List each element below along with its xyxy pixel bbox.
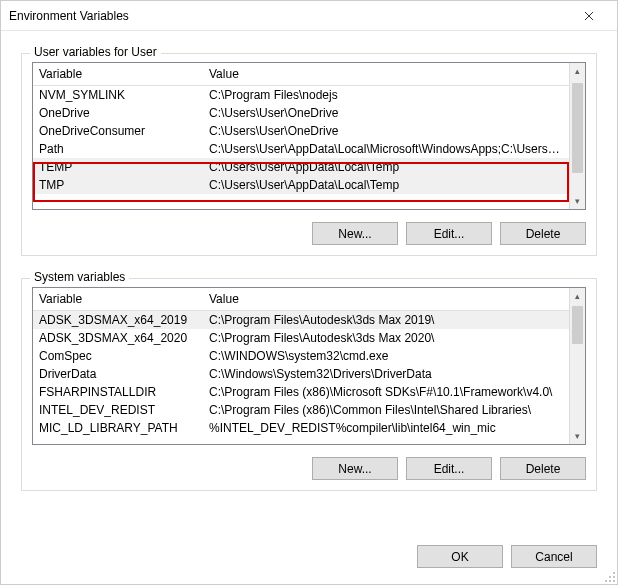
scroll-down-icon[interactable]: ▾ xyxy=(570,193,585,209)
cell-value: C:\Program Files (x86)\Common Files\Inte… xyxy=(203,401,569,419)
cell-variable: ADSK_3DSMAX_x64_2019 xyxy=(33,311,203,330)
cell-value: C:\Program Files (x86)\Microsoft SDKs\F#… xyxy=(203,383,569,401)
system-buttons-row: New... Edit... Delete xyxy=(32,457,586,480)
user-col-value[interactable]: Value xyxy=(203,63,569,86)
svg-point-0 xyxy=(613,572,615,574)
cell-variable: TEMP xyxy=(33,158,203,176)
table-row[interactable]: ADSK_3DSMAX_x64_2020C:\Program Files\Aut… xyxy=(33,329,569,347)
cell-variable: ADSK_3DSMAX_x64_2020 xyxy=(33,329,203,347)
dialog-footer: OK Cancel xyxy=(1,535,617,584)
titlebar: Environment Variables xyxy=(1,1,617,31)
svg-point-2 xyxy=(613,576,615,578)
system-col-value[interactable]: Value xyxy=(203,288,569,311)
cell-variable: INTEL_DEV_REDIST xyxy=(33,401,203,419)
user-buttons-row: New... Edit... Delete xyxy=(32,222,586,245)
cell-value: C:\Program Files\Autodesk\3ds Max 2020\ xyxy=(203,329,569,347)
cell-variable: TMP xyxy=(33,176,203,194)
user-edit-button[interactable]: Edit... xyxy=(406,222,492,245)
cell-variable: ComSpec xyxy=(33,347,203,365)
resize-grip-icon[interactable] xyxy=(604,571,616,583)
env-vars-window: Environment Variables User variables for… xyxy=(0,0,618,585)
user-col-variable[interactable]: Variable xyxy=(33,63,203,86)
table-row[interactable]: NVM_SYMLINKC:\Program Files\nodejs xyxy=(33,86,569,105)
cell-value: C:\Program Files\nodejs xyxy=(203,86,569,105)
close-button[interactable] xyxy=(569,2,609,30)
dialog-body: User variables for User Variable Value N… xyxy=(1,31,617,535)
scroll-down-icon[interactable]: ▾ xyxy=(570,428,585,444)
table-row[interactable]: FSHARPINSTALLDIRC:\Program Files (x86)\M… xyxy=(33,383,569,401)
user-group-label: User variables for User xyxy=(30,45,161,59)
table-row[interactable]: OneDriveC:\Users\User\OneDrive xyxy=(33,104,569,122)
scroll-up-icon[interactable]: ▴ xyxy=(570,63,585,79)
scroll-up-icon[interactable]: ▴ xyxy=(570,288,585,304)
table-row[interactable]: TEMPC:\Users\User\AppData\Local\Temp xyxy=(33,158,569,176)
svg-point-3 xyxy=(605,580,607,582)
close-icon xyxy=(584,11,594,21)
user-variables-table[interactable]: Variable Value NVM_SYMLINKC:\Program Fil… xyxy=(33,63,569,194)
cell-value: C:\Program Files\Autodesk\3ds Max 2019\ xyxy=(203,311,569,330)
cell-variable: MIC_LD_LIBRARY_PATH xyxy=(33,419,203,437)
cell-value: C:\Users\User\OneDrive xyxy=(203,104,569,122)
table-row[interactable]: ComSpecC:\WINDOWS\system32\cmd.exe xyxy=(33,347,569,365)
svg-point-5 xyxy=(613,580,615,582)
table-row[interactable]: PathC:\Users\User\AppData\Local\Microsof… xyxy=(33,140,569,158)
user-delete-button[interactable]: Delete xyxy=(500,222,586,245)
table-row[interactable]: INTEL_DEV_REDISTC:\Program Files (x86)\C… xyxy=(33,401,569,419)
table-row[interactable]: ADSK_3DSMAX_x64_2019C:\Program Files\Aut… xyxy=(33,311,569,330)
cell-variable: Path xyxy=(33,140,203,158)
system-edit-button[interactable]: Edit... xyxy=(406,457,492,480)
user-scroll-thumb[interactable] xyxy=(572,83,583,173)
system-variables-table[interactable]: Variable Value ADSK_3DSMAX_x64_2019C:\Pr… xyxy=(33,288,569,437)
cell-value: C:\Users\User\AppData\Local\Temp xyxy=(203,176,569,194)
cell-variable: NVM_SYMLINK xyxy=(33,86,203,105)
table-row[interactable]: MIC_LD_LIBRARY_PATH%INTEL_DEV_REDIST%com… xyxy=(33,419,569,437)
system-new-button[interactable]: New... xyxy=(312,457,398,480)
system-variables-table-wrap: Variable Value ADSK_3DSMAX_x64_2019C:\Pr… xyxy=(32,287,586,445)
system-col-variable[interactable]: Variable xyxy=(33,288,203,311)
cell-variable: FSHARPINSTALLDIR xyxy=(33,383,203,401)
cell-value: C:\WINDOWS\system32\cmd.exe xyxy=(203,347,569,365)
cell-variable: OneDriveConsumer xyxy=(33,122,203,140)
cell-value: C:\Users\User\OneDrive xyxy=(203,122,569,140)
system-delete-button[interactable]: Delete xyxy=(500,457,586,480)
table-row[interactable]: TMPC:\Users\User\AppData\Local\Temp xyxy=(33,176,569,194)
table-row[interactable]: OneDriveConsumerC:\Users\User\OneDrive xyxy=(33,122,569,140)
cell-value: C:\Windows\System32\Drivers\DriverData xyxy=(203,365,569,383)
system-scrollbar[interactable]: ▴ ▾ xyxy=(569,288,585,444)
user-new-button[interactable]: New... xyxy=(312,222,398,245)
cell-value: C:\Users\User\AppData\Local\Microsoft\Wi… xyxy=(203,140,569,158)
system-group-label: System variables xyxy=(30,270,129,284)
system-variables-group: System variables Variable Value ADSK_3DS… xyxy=(21,278,597,491)
svg-point-4 xyxy=(609,580,611,582)
cell-value: C:\Users\User\AppData\Local\Temp xyxy=(203,158,569,176)
user-variables-group: User variables for User Variable Value N… xyxy=(21,53,597,256)
table-row[interactable]: DriverDataC:\Windows\System32\Drivers\Dr… xyxy=(33,365,569,383)
cell-value: %INTEL_DEV_REDIST%compiler\lib\intel64_w… xyxy=(203,419,569,437)
cancel-button[interactable]: Cancel xyxy=(511,545,597,568)
cell-variable: DriverData xyxy=(33,365,203,383)
system-scroll-thumb[interactable] xyxy=(572,306,583,344)
ok-button[interactable]: OK xyxy=(417,545,503,568)
cell-variable: OneDrive xyxy=(33,104,203,122)
user-scrollbar[interactable]: ▴ ▾ xyxy=(569,63,585,209)
window-title: Environment Variables xyxy=(9,9,569,23)
user-variables-table-wrap: Variable Value NVM_SYMLINKC:\Program Fil… xyxy=(32,62,586,210)
svg-point-1 xyxy=(609,576,611,578)
